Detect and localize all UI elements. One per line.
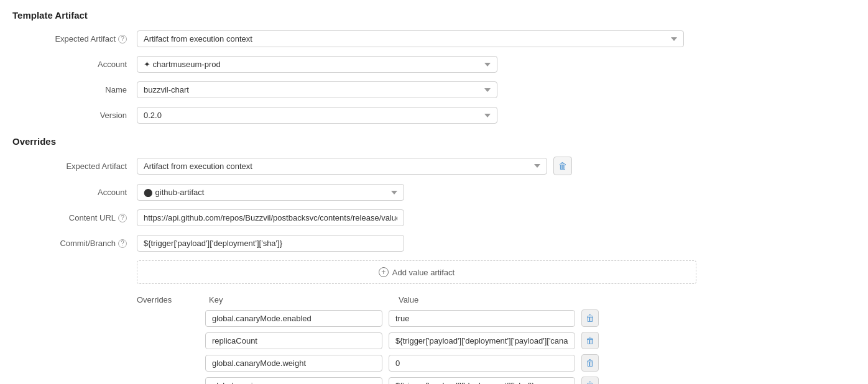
account-select[interactable]: ✦ chartmuseum-prod <box>137 56 497 73</box>
value-col-header: Value <box>399 295 588 304</box>
override-expected-artifact-group: Expected Artifact Artifact from executio… <box>12 157 856 175</box>
delete-icon-3: 🗑 <box>586 380 594 384</box>
override-commit-branch-group: Commit/Branch ? <box>12 235 856 252</box>
override-account-label: Account <box>12 188 137 197</box>
content-url-help-icon[interactable]: ? <box>118 214 127 222</box>
expected-artifact-select[interactable]: Artifact from execution context <box>137 30 684 47</box>
override-account-select[interactable]: ⬤ github-artifact <box>137 184 404 201</box>
override-expected-artifact-delete-button[interactable]: 🗑 <box>553 157 572 175</box>
override-account-group: Account ⬤ github-artifact <box>12 184 856 201</box>
kv-key-1[interactable] <box>205 332 382 349</box>
delete-icon-2: 🗑 <box>586 358 594 368</box>
overrides-title: Overrides <box>12 136 856 147</box>
commit-branch-help-icon[interactable]: ? <box>118 239 127 248</box>
overrides-table-header: Overrides Key Value <box>137 295 856 304</box>
kv-delete-2[interactable]: 🗑 <box>581 354 599 372</box>
delete-icon: 🗑 <box>558 161 567 171</box>
name-select[interactable]: buzzvil-chart <box>137 81 497 98</box>
expected-artifact-group: Expected Artifact ? Artifact from execut… <box>12 30 856 47</box>
kv-val-1[interactable] <box>389 332 575 349</box>
kv-delete-0[interactable]: 🗑 <box>581 309 599 327</box>
kv-val-0[interactable] <box>389 310 575 327</box>
version-label: Version <box>12 111 137 120</box>
delete-icon-1: 🗑 <box>586 336 594 345</box>
version-select[interactable]: 0.2.0 <box>137 107 497 124</box>
template-artifact-title: Template Artifact <box>12 10 856 21</box>
overrides-col-label: Overrides <box>137 295 199 304</box>
expected-artifact-help-icon[interactable]: ? <box>118 35 127 43</box>
overrides-section: Overrides Expected Artifact Artifact fro… <box>12 136 856 384</box>
override-commit-branch-input[interactable] <box>137 235 404 252</box>
kv-delete-3[interactable]: 🗑 <box>581 377 599 384</box>
override-content-url-input[interactable] <box>137 209 404 226</box>
delete-icon-0: 🗑 <box>586 313 594 323</box>
kv-key-0[interactable] <box>205 310 382 327</box>
override-content-url-group: Content URL ? <box>12 209 856 226</box>
account-group: Account ✦ chartmuseum-prod <box>12 56 856 73</box>
kv-val-3[interactable] <box>389 377 575 385</box>
name-group: Name buzzvil-chart <box>12 81 856 98</box>
override-content-url-label: Content URL ? <box>12 213 137 222</box>
template-artifact-section: Template Artifact Expected Artifact ? Ar… <box>12 10 856 124</box>
kv-row-3: 🗑 <box>137 377 856 384</box>
key-col-header: Key <box>209 295 392 304</box>
override-expected-artifact-select[interactable]: Artifact from execution context <box>137 158 547 175</box>
kv-row-2: 🗑 <box>137 354 856 372</box>
plus-circle-icon: + <box>379 267 389 277</box>
kv-row-1: 🗑 <box>137 332 856 349</box>
expected-artifact-label: Expected Artifact ? <box>12 34 137 43</box>
kv-delete-1[interactable]: 🗑 <box>581 332 599 349</box>
name-label: Name <box>12 85 137 94</box>
kv-key-3[interactable] <box>205 377 382 385</box>
override-commit-branch-label: Commit/Branch ? <box>12 239 137 248</box>
kv-row-0: 🗑 <box>137 309 856 327</box>
account-label: Account <box>12 60 137 69</box>
kv-val-2[interactable] <box>389 355 575 372</box>
version-group: Version 0.2.0 <box>12 107 856 124</box>
override-expected-artifact-label: Expected Artifact <box>12 162 137 171</box>
add-value-artifact-button[interactable]: + Add value artifact <box>137 260 696 284</box>
kv-key-2[interactable] <box>205 355 382 372</box>
